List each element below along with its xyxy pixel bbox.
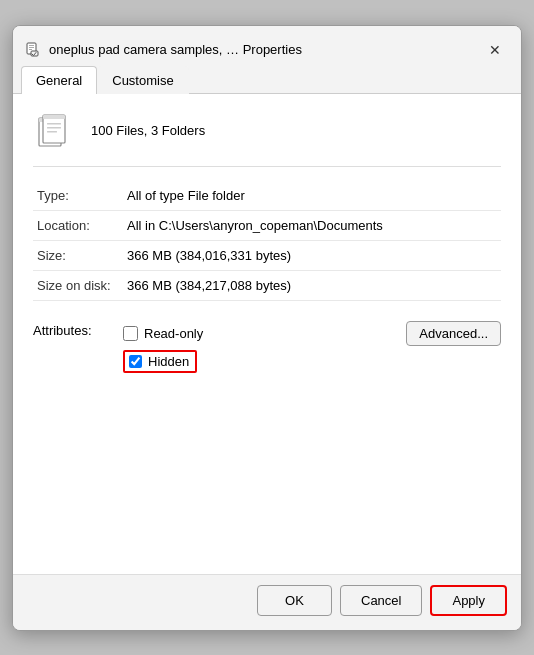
dialog-footer: OK Cancel Apply <box>13 574 521 630</box>
info-table: Type: All of type File folder Location: … <box>33 181 501 301</box>
tab-general[interactable]: General <box>21 66 97 94</box>
hidden-checkbox-label[interactable]: Hidden <box>123 350 197 373</box>
tab-content: 100 Files, 3 Folders Type: All of type F… <box>13 94 521 574</box>
close-button[interactable]: ✕ <box>481 36 509 64</box>
info-label: Size: <box>33 240 123 270</box>
hidden-checkbox[interactable] <box>129 355 142 368</box>
hidden-label: Hidden <box>148 354 189 369</box>
svg-rect-4 <box>31 51 38 56</box>
svg-rect-2 <box>29 47 34 48</box>
table-row: Type: All of type File folder <box>33 181 501 211</box>
title-bar: oneplus pad camera samples, … Properties… <box>13 26 521 64</box>
attr-top-row: Read-only Advanced... <box>123 321 501 346</box>
svg-rect-1 <box>29 45 34 46</box>
apply-button[interactable]: Apply <box>430 585 507 616</box>
hidden-row: Hidden <box>123 350 501 373</box>
svg-rect-3 <box>29 49 32 50</box>
info-label: Location: <box>33 210 123 240</box>
tab-bar: General Customise <box>13 66 521 94</box>
readonly-checkbox[interactable] <box>123 326 138 341</box>
attributes-label: Attributes: <box>33 323 92 338</box>
attr-controls: Read-only Advanced... Hidden <box>123 321 501 373</box>
svg-rect-11 <box>47 131 57 133</box>
info-label: Size on disk: <box>33 270 123 300</box>
cancel-button[interactable]: Cancel <box>340 585 422 616</box>
info-value: All of type File folder <box>123 181 501 211</box>
svg-rect-9 <box>47 123 61 125</box>
window-title: oneplus pad camera samples, … Properties <box>49 42 302 57</box>
readonly-label: Read-only <box>144 326 203 341</box>
title-bar-left: oneplus pad camera samples, … Properties <box>25 42 302 58</box>
window-icon <box>25 42 41 58</box>
info-label: Type: <box>33 181 123 211</box>
attributes-row: Attributes: Read-only Advanced... Hidden <box>33 321 501 373</box>
attributes-section: Attributes: Read-only Advanced... Hidden <box>33 315 501 373</box>
svg-rect-7 <box>43 115 65 143</box>
file-icon <box>33 110 75 152</box>
info-value: 366 MB (384,016,331 bytes) <box>123 240 501 270</box>
file-count: 100 Files, 3 Folders <box>91 123 205 138</box>
file-header: 100 Files, 3 Folders <box>33 110 501 167</box>
info-value: All in C:\Users\anyron_copeman\Documents <box>123 210 501 240</box>
ok-button[interactable]: OK <box>257 585 332 616</box>
table-row: Location: All in C:\Users\anyron_copeman… <box>33 210 501 240</box>
svg-rect-10 <box>47 127 61 129</box>
properties-window: oneplus pad camera samples, … Properties… <box>12 25 522 631</box>
advanced-button[interactable]: Advanced... <box>406 321 501 346</box>
svg-rect-8 <box>43 115 65 119</box>
info-value: 366 MB (384,217,088 bytes) <box>123 270 501 300</box>
table-row: Size on disk: 366 MB (384,217,088 bytes) <box>33 270 501 300</box>
tab-customise[interactable]: Customise <box>97 66 188 94</box>
table-row: Size: 366 MB (384,016,331 bytes) <box>33 240 501 270</box>
readonly-checkbox-label[interactable]: Read-only <box>123 326 203 341</box>
